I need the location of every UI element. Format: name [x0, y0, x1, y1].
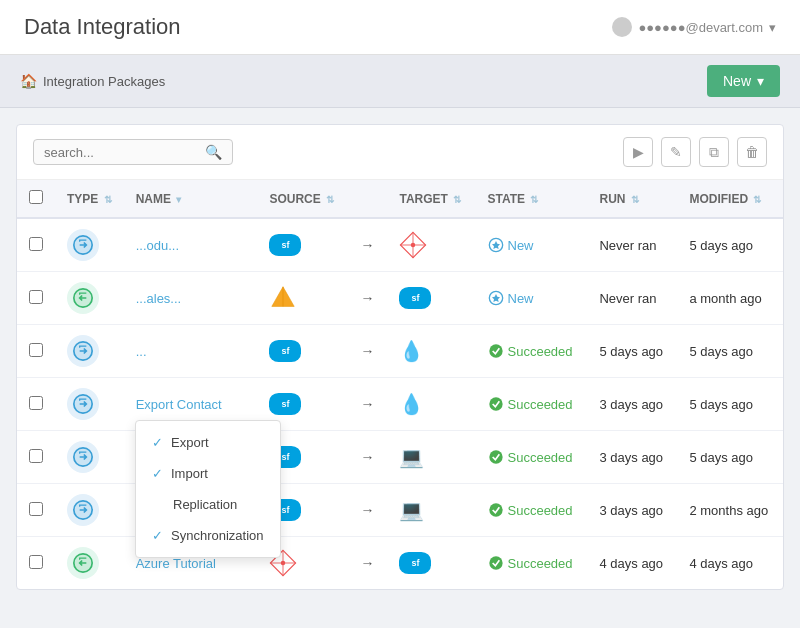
state-cell: Succeeded	[476, 325, 588, 378]
col-source[interactable]: SOURCE ⇅	[257, 180, 348, 218]
toolbar-actions: ▶ ✎ ⧉ 🗑	[623, 137, 767, 167]
col-state[interactable]: STATE ⇅	[476, 180, 588, 218]
row-checkbox[interactable]	[29, 237, 43, 251]
row-name-link[interactable]: ...ales...	[136, 291, 182, 306]
page-title: Data Integration	[24, 14, 181, 40]
dropdown-item[interactable]: Replication	[136, 489, 280, 520]
table-row: Azure Tutorial → sf Succeeded 4 days ago…	[17, 537, 783, 590]
modified-cell: 5 days ago	[677, 325, 783, 378]
arrow-cell: →	[348, 484, 387, 537]
state-success: Succeeded	[488, 555, 576, 571]
col-modified[interactable]: MODIFIED ⇅	[677, 180, 783, 218]
laptop-icon: 💻	[399, 499, 424, 521]
name-cell[interactable]: ...	[124, 325, 258, 378]
target-cell	[387, 218, 475, 272]
sort-icon: ⇅	[104, 194, 112, 205]
row-checkbox[interactable]	[29, 396, 43, 410]
row-checkbox-cell[interactable]	[17, 484, 55, 537]
sort-icon: ⇅	[530, 194, 538, 205]
table-body: ...odu... sf → New Never ran 5 days ago …	[17, 218, 783, 589]
check-icon: ✓	[152, 466, 163, 481]
row-checkbox[interactable]	[29, 343, 43, 357]
salesforce-icon: sf	[269, 340, 301, 362]
row-name-link[interactable]: ...odu...	[136, 238, 179, 253]
col-target[interactable]: TARGET ⇅	[387, 180, 475, 218]
select-all-header[interactable]	[17, 180, 55, 218]
row-checkbox-cell[interactable]	[17, 537, 55, 590]
edit-button[interactable]: ✎	[661, 137, 691, 167]
state-cell: New	[476, 218, 588, 272]
arrow-icon: →	[360, 396, 374, 412]
type-filter-dropdown: ✓ Export ✓ Import Replication ✓ Synchron…	[135, 420, 281, 558]
col-run[interactable]: RUN ⇅	[587, 180, 677, 218]
row-checkbox[interactable]	[29, 449, 43, 463]
col-name[interactable]: NAME ▾	[124, 180, 258, 218]
row-name-link[interactable]: ...	[136, 344, 147, 359]
row-checkbox-cell[interactable]	[17, 325, 55, 378]
state-new: New	[488, 290, 576, 306]
salesforce-icon: sf	[399, 552, 431, 574]
export-type-icon	[67, 441, 99, 473]
run-button[interactable]: ▶	[623, 137, 653, 167]
page-header: Data Integration ●●●●●●@devart.com ▾	[0, 0, 800, 55]
sort-icon: ⇅	[326, 194, 334, 205]
dropbox-icon: 💧	[399, 340, 424, 362]
copy-button[interactable]: ⧉	[699, 137, 729, 167]
check-icon: ✓	[152, 528, 163, 543]
type-cell	[55, 218, 124, 272]
row-checkbox-cell[interactable]	[17, 272, 55, 325]
col-type[interactable]: TYPE ⇅	[55, 180, 124, 218]
table-row: ... sf → 💧 Succeeded 5 days ago 5 days a…	[17, 325, 783, 378]
col-arrow	[348, 180, 387, 218]
run-cell: 3 days ago	[587, 484, 677, 537]
run-cell: Never ran	[587, 218, 677, 272]
row-checkbox[interactable]	[29, 502, 43, 516]
svg-point-31	[281, 561, 285, 565]
user-menu[interactable]: ●●●●●●@devart.com ▾	[612, 17, 776, 37]
search-input[interactable]	[44, 145, 199, 160]
state-cell: New	[476, 272, 588, 325]
main-content: 🔍 ▶ ✎ ⧉ 🗑 TYPE ⇅ NAME ▾	[16, 124, 784, 590]
name-cell[interactable]: ...ales...	[124, 272, 258, 325]
run-cell: 5 days ago	[587, 325, 677, 378]
type-cell	[55, 378, 124, 431]
row-checkbox-cell[interactable]	[17, 378, 55, 431]
source-cell: sf	[257, 218, 348, 272]
dropdown-item-label: Export	[171, 435, 209, 450]
row-checkbox[interactable]	[29, 555, 43, 569]
select-all-checkbox[interactable]	[29, 190, 43, 204]
arrow-cell: →	[348, 218, 387, 272]
target-cell: sf	[387, 272, 475, 325]
source-cell	[257, 272, 348, 325]
sort-icon: ⇅	[453, 194, 461, 205]
type-cell	[55, 537, 124, 590]
state-cell: Succeeded	[476, 431, 588, 484]
search-wrap[interactable]: 🔍	[33, 139, 233, 165]
user-avatar	[612, 17, 632, 37]
arrow-cell: →	[348, 431, 387, 484]
arrow-icon: →	[360, 502, 374, 518]
data-table: TYPE ⇅ NAME ▾ SOURCE ⇅ TARGET ⇅ STATE ⇅	[17, 180, 783, 589]
row-checkbox[interactable]	[29, 290, 43, 304]
arrow-icon: →	[360, 449, 374, 465]
toolbar: 🔍 ▶ ✎ ⧉ 🗑	[17, 125, 783, 180]
dropdown-item[interactable]: ✓ Import	[136, 458, 280, 489]
table-row: Export Contact sf → 💧 Succeeded 3 days a…	[17, 378, 783, 431]
svg-point-25	[489, 503, 502, 516]
row-checkbox-cell[interactable]	[17, 431, 55, 484]
import-type-icon	[67, 282, 99, 314]
dropdown-item[interactable]: ✓ Export	[136, 427, 280, 458]
breadcrumb-bar: 🏠 Integration Packages New ▾	[0, 55, 800, 108]
type-cell	[55, 431, 124, 484]
table-row: Export Account sf → 💻 Succeeded 3 days a…	[17, 484, 783, 537]
export-type-icon	[67, 494, 99, 526]
new-button[interactable]: New ▾	[707, 65, 780, 97]
delete-button[interactable]: 🗑	[737, 137, 767, 167]
dropdown-item-label: Import	[171, 466, 208, 481]
name-cell[interactable]: ...odu...	[124, 218, 258, 272]
table-row: Export Attachment sf → 💻 Succeeded 3 day…	[17, 431, 783, 484]
row-name-link[interactable]: Export Contact	[136, 397, 222, 412]
target-cell: 💻	[387, 431, 475, 484]
dropdown-item[interactable]: ✓ Synchronization	[136, 520, 280, 551]
row-checkbox-cell[interactable]	[17, 218, 55, 272]
